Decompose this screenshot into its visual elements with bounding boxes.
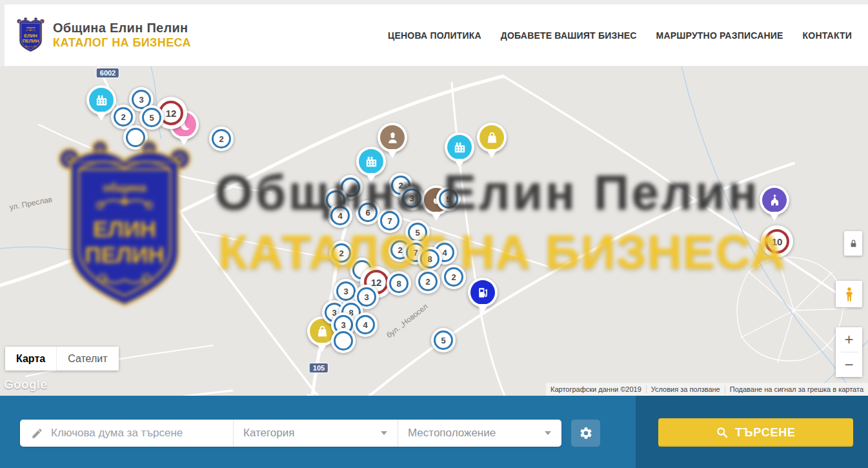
map-cluster[interactable]: 5 bbox=[436, 187, 461, 211]
map-cluster[interactable]: 2 bbox=[441, 265, 466, 289]
cluster-count: 2 bbox=[398, 181, 403, 190]
page-edge-left bbox=[0, 0, 5, 66]
cluster-count: 2 bbox=[339, 249, 343, 258]
cluster-count: 2 bbox=[121, 112, 125, 122]
attribution-link[interactable]: Подаване на сигнал за грешка в картата bbox=[725, 385, 868, 393]
nav-link[interactable]: МАРШРУТНО РАЗПИСАНИЕ bbox=[656, 30, 783, 41]
map-type-map-button[interactable]: Карта bbox=[5, 347, 56, 371]
map-type-satellite-button[interactable]: Сателит bbox=[56, 347, 118, 371]
site-logo[interactable]: община ЕЛИН ПЕЛИН Община Елин Пелин КАТА… bbox=[16, 17, 191, 54]
map-cluster[interactable]: 7 bbox=[378, 209, 402, 233]
cluster-count: 4 bbox=[363, 320, 367, 330]
site-header: община ЕЛИН ПЕЛИН Община Елин Пелин КАТА… bbox=[0, 0, 868, 66]
map-pin-church[interactable] bbox=[760, 185, 789, 215]
chevron-down-icon bbox=[545, 431, 551, 435]
cluster-count: 2 bbox=[425, 277, 430, 287]
zoom-out-button[interactable]: − bbox=[836, 352, 862, 377]
attribution-text: Картографски данни ©2019 bbox=[546, 385, 646, 393]
location-dropdown[interactable]: Местоположение bbox=[398, 420, 561, 447]
gear-icon bbox=[579, 426, 593, 440]
cluster-count: 5 bbox=[415, 228, 419, 238]
category-dropdown-label: Категория bbox=[243, 427, 294, 440]
map-cluster[interactable]: 8 bbox=[418, 247, 442, 271]
site-title: Община Елин Пелин bbox=[53, 21, 191, 36]
keyword-search-input[interactable] bbox=[51, 427, 224, 440]
map-cluster[interactable]: 2 bbox=[209, 127, 234, 151]
map-attribution: Картографски данни ©2019Условия за ползв… bbox=[546, 383, 868, 396]
map-cluster[interactable]: 4 bbox=[353, 312, 378, 337]
category-dropdown[interactable]: Категория bbox=[234, 420, 398, 447]
map-pin-fuel[interactable] bbox=[468, 278, 498, 307]
google-logo[interactable]: Google bbox=[4, 378, 47, 392]
street-view-pegman-button[interactable] bbox=[836, 281, 862, 307]
cluster-count: 5 bbox=[149, 113, 154, 123]
municipality-shield-icon: община ЕЛИН ПЕЛИН bbox=[16, 17, 45, 54]
main-nav: ЦЕНОВА ПОЛИТИКАДОБАВЕТЕ ВАШИЯТ БИЗНЕСМАР… bbox=[388, 30, 852, 41]
cluster-count: 2 bbox=[398, 245, 402, 255]
keyword-section bbox=[20, 420, 234, 447]
map-pin-factory[interactable] bbox=[86, 85, 116, 115]
map-pin-factory[interactable] bbox=[356, 147, 386, 176]
map-cluster[interactable]: 3 bbox=[399, 186, 424, 210]
search-bar: Категория Местоположение bbox=[20, 420, 561, 447]
attribution-link[interactable]: Условия за ползване bbox=[646, 385, 725, 393]
map-pin-bag[interactable] bbox=[477, 123, 507, 152]
svg-text:община: община bbox=[26, 26, 36, 28]
pegman-icon bbox=[841, 286, 858, 303]
nav-link[interactable]: ЦЕНОВА ПОЛИТИКА bbox=[388, 30, 481, 41]
search-panel: Категория Местоположение ТЪРСЕНЕ bbox=[0, 396, 868, 468]
map-lock-button[interactable] bbox=[844, 231, 862, 256]
lock-icon bbox=[848, 238, 859, 249]
page-edge-top bbox=[0, 0, 868, 5]
cluster-count: 4 bbox=[442, 248, 447, 258]
map-canvas[interactable]: ул. Преславбул. „Новосел6002105 32125223… bbox=[0, 66, 868, 396]
cluster-count: 3 bbox=[343, 287, 348, 296]
svg-text:ЕЛИН: ЕЛИН bbox=[24, 33, 37, 39]
map-cluster[interactable]: 5 bbox=[431, 328, 456, 352]
map-cluster[interactable]: 6 bbox=[356, 200, 380, 225]
cluster-count: 7 bbox=[387, 216, 392, 226]
map-cluster[interactable]: 8 bbox=[387, 271, 411, 296]
cluster-count: 2 bbox=[451, 272, 456, 282]
nav-link[interactable]: КОНТАКТИ bbox=[803, 30, 852, 41]
cluster-count: 10 bbox=[772, 236, 783, 247]
pencil-icon bbox=[31, 427, 43, 440]
cluster-count: 5 bbox=[446, 194, 450, 204]
cluster-count: 3 bbox=[409, 194, 414, 203]
map-markers-layer: 32125223564752742822128333834510 bbox=[0, 66, 868, 396]
search-button-label: ТЪРСЕНЕ bbox=[735, 426, 796, 440]
chevron-down-icon bbox=[381, 431, 387, 435]
map-cluster[interactable] bbox=[123, 125, 148, 150]
map-cluster[interactable]: 2 bbox=[416, 269, 440, 294]
advanced-search-button[interactable] bbox=[571, 420, 600, 447]
location-dropdown-label: Местоположение bbox=[408, 427, 496, 440]
search-panel-right: ТЪРСЕНЕ bbox=[636, 396, 868, 468]
map-type-control: Карта Сателит bbox=[5, 347, 119, 371]
cluster-count: 5 bbox=[441, 336, 445, 345]
cluster-count: 4 bbox=[338, 211, 342, 221]
cluster-count: 8 bbox=[427, 254, 432, 264]
svg-text:ПЕЛИН: ПЕЛИН bbox=[23, 38, 39, 44]
map-pin-worker[interactable] bbox=[378, 123, 407, 152]
map-cluster[interactable]: 5 bbox=[139, 105, 164, 130]
cluster-count: 3 bbox=[139, 95, 143, 105]
site-subtitle: КАТАЛОГ НА БИЗНЕСА bbox=[53, 36, 191, 50]
map-cluster[interactable] bbox=[331, 329, 356, 353]
search-panel-left: Категория Местоположение bbox=[0, 396, 636, 468]
map-cluster[interactable]: 10 bbox=[761, 225, 793, 258]
search-button[interactable]: ТЪРСЕНЕ bbox=[658, 418, 853, 447]
cluster-count: 8 bbox=[396, 279, 401, 289]
map-cluster[interactable]: 2 bbox=[329, 241, 354, 265]
cluster-count: 3 bbox=[364, 292, 368, 302]
cluster-count: 2 bbox=[219, 134, 223, 144]
search-icon bbox=[716, 426, 729, 439]
map-cluster[interactable]: 4 bbox=[328, 203, 352, 228]
map-zoom-control: + − bbox=[836, 327, 862, 377]
map-pin-factory[interactable] bbox=[445, 132, 474, 162]
cluster-count: 6 bbox=[365, 208, 370, 218]
nav-link[interactable]: ДОБАВЕТЕ ВАШИЯТ БИЗНЕС bbox=[501, 30, 637, 41]
zoom-in-button[interactable]: + bbox=[836, 327, 862, 352]
cluster-count: 12 bbox=[166, 108, 177, 119]
